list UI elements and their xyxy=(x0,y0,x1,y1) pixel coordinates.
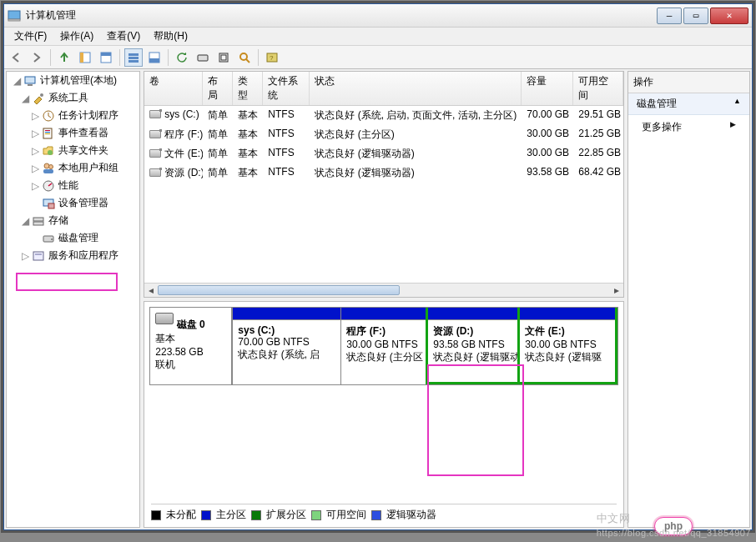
svg-rect-24 xyxy=(45,132,50,133)
view-bottom-button[interactable] xyxy=(145,48,164,67)
refresh-button[interactable] xyxy=(173,48,191,67)
svg-point-20 xyxy=(40,93,43,97)
scroll-thumb[interactable] xyxy=(158,285,400,295)
svg-rect-6 xyxy=(129,53,139,56)
volume-row[interactable]: sys (C:) 简单 基本 NTFS 状态良好 (系统, 启动, 页面文件, … xyxy=(144,106,623,125)
svg-rect-34 xyxy=(33,222,43,225)
actions-pane: 操作 磁盘管理 ▲ 更多操作 xyxy=(627,71,750,528)
svg-rect-33 xyxy=(33,218,43,221)
performance-icon xyxy=(42,179,55,193)
col-capacity[interactable]: 容量 xyxy=(522,72,573,105)
actions-header: 操作 xyxy=(628,72,749,93)
col-status[interactable]: 状态 xyxy=(310,72,522,105)
partition-header xyxy=(341,308,426,319)
close-button[interactable]: ✕ xyxy=(710,8,748,24)
col-fs[interactable]: 文件系统 xyxy=(263,72,310,105)
minimize-button[interactable]: — xyxy=(657,8,682,24)
svg-rect-32 xyxy=(48,203,54,208)
svg-rect-29 xyxy=(43,169,53,173)
tree-local-users[interactable]: ▷ 本地用户和组 xyxy=(7,159,139,177)
partition-e[interactable]: 文件 (E:) 30.00 GB NTFS 状态良好 (逻辑驱 xyxy=(517,308,617,384)
tree-task-scheduler[interactable]: ▷ 任务计划程序 xyxy=(7,107,139,124)
forward-button[interactable] xyxy=(28,48,46,67)
svg-rect-10 xyxy=(149,58,159,63)
tree-device-manager[interactable]: 设备管理器 xyxy=(7,194,139,212)
volume-row[interactable]: 资源 (D:) 简单 基本 NTFS 状态良好 (逻辑驱动器) 93.58 GB… xyxy=(144,163,623,183)
horizontal-scrollbar[interactable]: ◂ ▸ xyxy=(144,283,623,297)
col-type[interactable]: 类型 xyxy=(233,72,263,105)
tree-disk-management[interactable]: 磁盘管理 xyxy=(7,229,139,247)
rescan-disks-button[interactable] xyxy=(194,48,212,67)
tree-storage[interactable]: ◢ 存储 xyxy=(7,212,139,229)
menubar: 文件(F) 操作(A) 查看(V) 帮助(H) xyxy=(4,28,752,46)
tree-performance[interactable]: ▷ 性能 xyxy=(7,177,139,194)
device-manager-icon xyxy=(42,197,55,210)
disk-graphical-view: 磁盘 0 基本 223.58 GB 联机 sys (C:) 70.00 GB N… xyxy=(144,301,624,528)
clock-icon xyxy=(42,109,55,123)
partition-header xyxy=(520,308,615,319)
event-log-icon xyxy=(42,127,55,140)
svg-rect-11 xyxy=(198,55,208,61)
volume-list-header[interactable]: 卷 布局 类型 文件系统 状态 容量 可用空间 xyxy=(144,72,623,106)
disk-row[interactable]: 磁盘 0 基本 223.58 GB 联机 sys (C:) 70.00 GB N… xyxy=(149,307,618,385)
volume-row[interactable]: 文件 (E:) 简单 基本 NTFS 状态良好 (逻辑驱动器) 30.00 GB… xyxy=(144,144,623,163)
find-button[interactable] xyxy=(235,48,254,67)
computer-icon xyxy=(23,74,37,88)
svg-rect-13 xyxy=(221,55,226,60)
up-button[interactable] xyxy=(55,48,73,67)
action-view-button[interactable] xyxy=(214,48,233,67)
tree-root[interactable]: ◢ 计算机管理(本地) xyxy=(7,72,139,89)
volume-list-body[interactable]: sys (C:) 简单 基本 NTFS 状态良好 (系统, 启动, 页面文件, … xyxy=(144,106,623,283)
partition-header xyxy=(428,308,517,319)
svg-point-27 xyxy=(44,163,49,168)
svg-point-14 xyxy=(240,53,247,60)
disk-info[interactable]: 磁盘 0 基本 223.58 GB 联机 xyxy=(150,308,232,384)
legend-swatch-logical xyxy=(371,510,381,520)
menu-view[interactable]: 查看(V) xyxy=(100,28,147,45)
svg-rect-1 xyxy=(8,19,20,21)
svg-rect-23 xyxy=(45,130,50,131)
properties-button[interactable] xyxy=(97,48,115,67)
partition-c[interactable]: sys (C:) 70.00 GB NTFS 状态良好 (系统, 启 xyxy=(232,308,340,384)
col-volume[interactable]: 卷 xyxy=(144,72,203,105)
view-list-button[interactable] xyxy=(124,48,143,67)
php-badge: php xyxy=(654,517,693,535)
main-window: 计算机管理 — ▭ ✕ 文件(F) 操作(A) 查看(V) 帮助(H) ? xyxy=(3,3,753,530)
tree-shared-folders[interactable]: ▷ 共享文件夹 xyxy=(7,142,139,159)
svg-text:?: ? xyxy=(270,54,274,62)
legend: 未分配 主分区 扩展分区 可用空间 逻辑驱动器 xyxy=(151,504,617,522)
col-layout[interactable]: 布局 xyxy=(203,72,233,105)
svg-rect-8 xyxy=(129,60,139,63)
col-free[interactable]: 可用空间 xyxy=(573,72,623,105)
window-title: 计算机管理 xyxy=(26,8,655,23)
menu-action[interactable]: 操作(A) xyxy=(53,28,100,45)
svg-point-36 xyxy=(51,238,53,240)
svg-point-28 xyxy=(49,164,53,168)
actions-more[interactable]: 更多操作 xyxy=(628,115,749,139)
tools-icon xyxy=(32,92,45,105)
partition-d[interactable]: 资源 (D:) 93.58 GB NTFS 状态良好 (逻辑驱动 xyxy=(426,308,517,384)
titlebar: 计算机管理 — ▭ ✕ xyxy=(4,4,752,28)
legend-swatch-unallocated xyxy=(151,510,161,520)
menu-help[interactable]: 帮助(H) xyxy=(147,28,194,45)
partition-f[interactable]: 程序 (F:) 30.00 GB NTFS 状态良好 (主分区 xyxy=(340,308,426,384)
volume-row[interactable]: 程序 (F:) 简单 基本 NTFS 状态良好 (主分区) 30.00 GB 2… xyxy=(144,125,623,144)
tree-system-tools[interactable]: ◢ 系统工具 xyxy=(7,89,139,107)
scroll-left-button[interactable]: ◂ xyxy=(144,284,158,297)
hdd-icon xyxy=(155,313,174,324)
back-button[interactable] xyxy=(7,48,25,67)
actions-section[interactable]: 磁盘管理 ▲ xyxy=(628,93,749,115)
legend-swatch-primary xyxy=(201,510,211,520)
tree-services-apps[interactable]: ▷ 服务和应用程序 xyxy=(7,247,139,264)
scroll-right-button[interactable]: ▸ xyxy=(610,284,623,297)
shared-folder-icon xyxy=(42,144,55,158)
console-tree[interactable]: ◢ 计算机管理(本地) ◢ 系统工具 ▷ 任务计划程序 ▷ 事件查看器 ▷ 共享… xyxy=(6,71,140,528)
menu-file[interactable]: 文件(F) xyxy=(8,28,53,45)
collapse-icon[interactable]: ▲ xyxy=(733,97,741,105)
show-hide-tree-button[interactable] xyxy=(76,48,94,67)
svg-rect-7 xyxy=(129,57,139,59)
help-button[interactable]: ? xyxy=(263,48,281,67)
tree-event-viewer[interactable]: ▷ 事件查看器 xyxy=(7,124,139,142)
maximize-button[interactable]: ▭ xyxy=(683,8,708,24)
svg-line-15 xyxy=(246,59,249,63)
